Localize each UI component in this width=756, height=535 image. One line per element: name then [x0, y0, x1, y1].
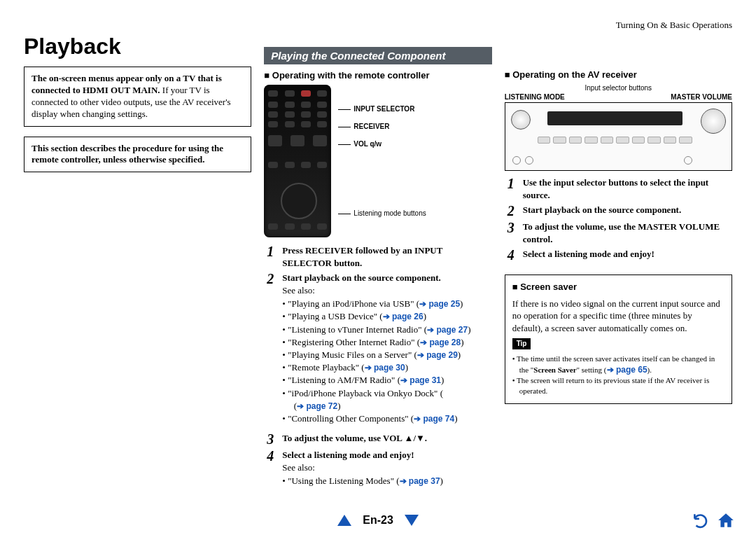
xref-page-31[interactable]: ➔ page 31 — [400, 375, 441, 385]
remote-diagram: INPUT SELECTOR RECEIVER VOL q/w Listenin… — [264, 85, 491, 237]
xref-page-25[interactable]: ➔ page 25 — [419, 299, 460, 309]
label-receiver: RECEIVER — [338, 123, 426, 130]
xref-page-29[interactable]: ➔ page 29 — [417, 350, 458, 360]
rstep-1: 1 Use the input selector buttons to sele… — [505, 176, 732, 201]
xref-page-28[interactable]: ➔ page 28 — [420, 338, 461, 347]
next-page-icon[interactable] — [405, 515, 419, 526]
col-2: Playing the Connected Component Operatin… — [264, 67, 491, 535]
remote-labels: INPUT SELECTOR RECEIVER VOL q/w Listenin… — [338, 105, 426, 217]
subhead-remote: Operating with the remote controller — [264, 70, 491, 81]
prev-page-icon[interactable] — [337, 515, 351, 526]
breadcrumb: Turning On & Basic Operations — [24, 20, 732, 31]
col-3: Operating on the AV receiver Input selec… — [505, 67, 732, 535]
receiver-image — [505, 102, 732, 171]
col-1: The on-screen menus appear only on a TV … — [24, 67, 251, 535]
label-listening-mode: Listening mode buttons — [338, 209, 426, 217]
rstep-2: 2 Start playback on the source component… — [505, 204, 732, 218]
xref-page-65[interactable]: ➔ page 65 — [607, 365, 648, 375]
intro-box: This section describes the procedure for… — [24, 137, 251, 173]
xref-page-74[interactable]: ➔ page 74 — [414, 414, 454, 424]
rstep-4: 4 Select a listening mode and enjoy! — [505, 248, 732, 262]
step-3: 3 To adjust the volume, use VOL ▲/▼. — [264, 432, 491, 446]
receiver-diagram: Input selector buttons LISTENING MODE MA… — [505, 84, 732, 171]
xref-page-27[interactable]: ➔ page 27 — [427, 325, 468, 335]
xref-page-72[interactable]: ➔ page 72 — [297, 401, 337, 411]
screen-saver-box: Screen saver If there is no video signal… — [505, 275, 732, 403]
subhead-av-receiver: Operating on the AV receiver — [505, 69, 732, 80]
caption-master-volume: MASTER VOLUME — [671, 93, 732, 101]
back-icon[interactable] — [692, 511, 710, 529]
home-icon[interactable] — [717, 511, 735, 529]
screen-saver-title: Screen saver — [512, 281, 724, 293]
page-number: En-23 — [363, 514, 393, 527]
rstep-3: 3 To adjust the volume, use the MASTER V… — [505, 221, 732, 245]
steps-remote: 1 Press RECEIVER followed by an INPUT SE… — [264, 244, 491, 492]
tips-list: The time until the screen saver activate… — [512, 354, 724, 396]
tip-badge: Tip — [512, 338, 531, 349]
label-input-selector: INPUT SELECTOR — [338, 105, 426, 113]
label-vol: VOL q/w — [338, 140, 426, 148]
content-columns: The on-screen menus appear only on a TV … — [24, 67, 732, 535]
xref-page-37[interactable]: ➔ page 37 — [400, 476, 440, 486]
caption-input-selector: Input selector buttons — [505, 84, 732, 92]
step-1: 1 Press RECEIVER followed by an INPUT SE… — [264, 244, 491, 269]
page-footer: En-23 — [0, 514, 756, 527]
xref-page-30[interactable]: ➔ page 30 — [365, 363, 405, 373]
remote-image — [264, 85, 331, 237]
step-4: 4 Select a listening mode and enjoy! See… — [264, 449, 491, 492]
xref-page-26[interactable]: ➔ page 26 — [383, 312, 424, 321]
steps-receiver: 1 Use the input selector buttons to sele… — [505, 176, 732, 262]
note-box: The on-screen menus appear only on a TV … — [24, 67, 251, 127]
step-2: 2 Start playback on the source component… — [264, 272, 491, 429]
screen-saver-body: If there is no video signal on the curre… — [512, 298, 724, 335]
caption-listening-mode: LISTENING MODE — [505, 93, 565, 101]
see-also-list-2: "Using the Listening Modes" (➔ page 37) — [282, 475, 491, 487]
section-title: Playing the Connected Component — [264, 47, 491, 64]
see-also-list-1: "Playing an iPod/iPhone via USB" (➔ page… — [282, 298, 491, 425]
